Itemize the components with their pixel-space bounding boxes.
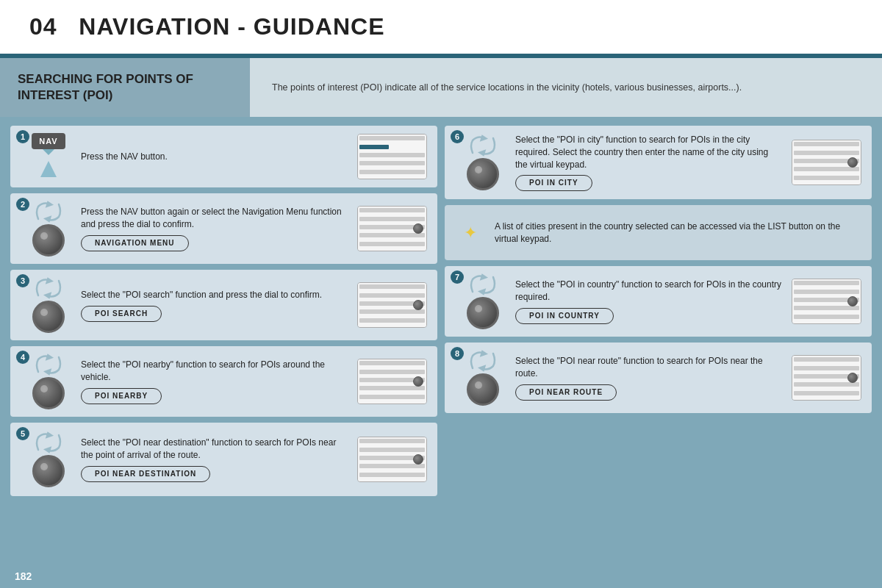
step-7-device bbox=[789, 279, 863, 324]
curved-arrows-icon-6 bbox=[467, 135, 499, 157]
note-text: A list of cities present in the country … bbox=[492, 220, 860, 245]
poi-nearby-button-label: POI NEARBY bbox=[81, 388, 162, 404]
step-8-device bbox=[789, 355, 863, 401]
dial-icon-5 bbox=[32, 455, 65, 487]
poi-near-dest-button-label: POI NEAR DESTINATION bbox=[81, 466, 210, 482]
note-card: ✦ A list of cities present in the countr… bbox=[445, 205, 872, 260]
step-4-card: 4 Select the "POI nearby" function to se… bbox=[10, 346, 437, 417]
svg-marker-0 bbox=[40, 161, 57, 177]
poi-search-button-label: POI SEARCH bbox=[81, 306, 162, 322]
nav-button-icon: NAV bbox=[32, 133, 65, 149]
step-2-text: Press the NAV button again or select the… bbox=[78, 206, 348, 251]
arrow-up-icon bbox=[40, 161, 57, 177]
step-1-card: 1 NAV Press the NAV button. bbox=[10, 126, 437, 187]
step-2-icon-area bbox=[26, 201, 71, 257]
dial-icon-8 bbox=[467, 373, 499, 406]
step-3-card: 3 Select the "POI search" function and p… bbox=[10, 270, 437, 340]
svg-marker-10 bbox=[478, 149, 488, 157]
step-8-card: 8 Select the "POI near route" function t… bbox=[445, 343, 872, 413]
step-5-device bbox=[355, 437, 429, 482]
step-4-icon-area bbox=[26, 354, 71, 409]
svg-marker-5 bbox=[43, 354, 54, 361]
curved-arrows-icon-5 bbox=[32, 431, 65, 453]
step-6-card: 6 Select the "POI in city" function to s… bbox=[445, 126, 872, 199]
svg-marker-8 bbox=[43, 446, 54, 453]
right-column: 6 Select the "POI in city" function to s… bbox=[445, 126, 872, 581]
section-header: SEARCHING FOR POINTS OF INTEREST (POI) T… bbox=[0, 58, 882, 117]
left-column: 1 NAV Press the NAV button. bbox=[10, 126, 437, 581]
step-6-text: Select the "POI in city" function to sea… bbox=[512, 134, 782, 191]
step-8-icon-area bbox=[461, 350, 505, 406]
step-8-text: Select the "POI near route" function to … bbox=[512, 355, 782, 401]
svg-marker-14 bbox=[478, 365, 488, 372]
svg-marker-3 bbox=[43, 277, 54, 284]
curved-arrows-icon bbox=[32, 201, 65, 223]
step-7-icon-area bbox=[461, 273, 505, 329]
curved-arrows-icon-7 bbox=[467, 273, 499, 295]
step-2-device bbox=[355, 206, 429, 251]
curved-arrows-icon-8 bbox=[467, 350, 499, 372]
step-2-card: 2 Press the NAV button again or select t… bbox=[10, 193, 437, 264]
poi-near-route-button-label: POI NEAR ROUTE bbox=[515, 384, 617, 401]
svg-marker-4 bbox=[43, 292, 54, 299]
section-title-box: SEARCHING FOR POINTS OF INTEREST (POI) bbox=[0, 58, 250, 117]
dial-icon-2 bbox=[32, 224, 65, 257]
step-3-device bbox=[355, 282, 429, 328]
svg-marker-13 bbox=[478, 350, 488, 357]
svg-marker-11 bbox=[478, 273, 488, 281]
svg-marker-2 bbox=[43, 215, 54, 223]
svg-marker-12 bbox=[478, 288, 488, 295]
step-6-icon-area bbox=[461, 135, 505, 190]
step-5-text: Select the "POI near destination" functi… bbox=[78, 437, 348, 482]
svg-marker-7 bbox=[43, 431, 54, 439]
step-1-text: Press the NAV button. bbox=[78, 151, 348, 163]
curved-arrows-icon-4 bbox=[32, 354, 65, 376]
main-content: 1 NAV Press the NAV button. bbox=[0, 117, 882, 588]
step-5-icon-area bbox=[26, 431, 71, 487]
poi-in-city-button-label: POI IN CITY bbox=[515, 175, 592, 191]
step-4-text: Select the "POI nearby" function to sear… bbox=[78, 359, 348, 404]
dial-icon-7 bbox=[467, 297, 499, 329]
nav-menu-button-label: NAVIGATION MENU bbox=[81, 235, 189, 251]
page-number: 182 bbox=[15, 570, 32, 582]
step-7-card: 7 Select the "POI in country" function t… bbox=[445, 266, 872, 337]
step-6-device bbox=[789, 140, 863, 185]
step-4-device bbox=[355, 359, 429, 404]
step-3-text: Select the "POI search" function and pre… bbox=[78, 289, 348, 322]
curved-arrows-icon-3 bbox=[32, 277, 65, 299]
section-title: SEARCHING FOR POINTS OF INTEREST (POI) bbox=[18, 71, 232, 104]
dial-icon-4 bbox=[32, 377, 65, 409]
page-header: 04 NAVIGATION - GUIDANCE bbox=[0, 0, 882, 54]
step-7-text: Select the "POI in country" function to … bbox=[512, 279, 782, 324]
svg-marker-9 bbox=[478, 135, 488, 142]
svg-marker-6 bbox=[43, 368, 54, 376]
section-description: The points of interest (POI) indicate al… bbox=[250, 58, 882, 117]
step-1-device bbox=[355, 134, 429, 179]
page-title: 04 NAVIGATION - GUIDANCE bbox=[29, 13, 385, 40]
dial-icon-6 bbox=[467, 158, 499, 190]
step-1-icon-area: NAV bbox=[26, 133, 71, 180]
svg-marker-1 bbox=[43, 201, 54, 208]
poi-in-country-button-label: POI IN COUNTRY bbox=[515, 308, 614, 324]
note-star-icon: ✦ bbox=[464, 223, 477, 243]
dial-icon-3 bbox=[32, 301, 65, 333]
step-3-icon-area bbox=[26, 277, 71, 333]
step-5-card: 5 Select the "POI near destination" func… bbox=[10, 423, 437, 496]
